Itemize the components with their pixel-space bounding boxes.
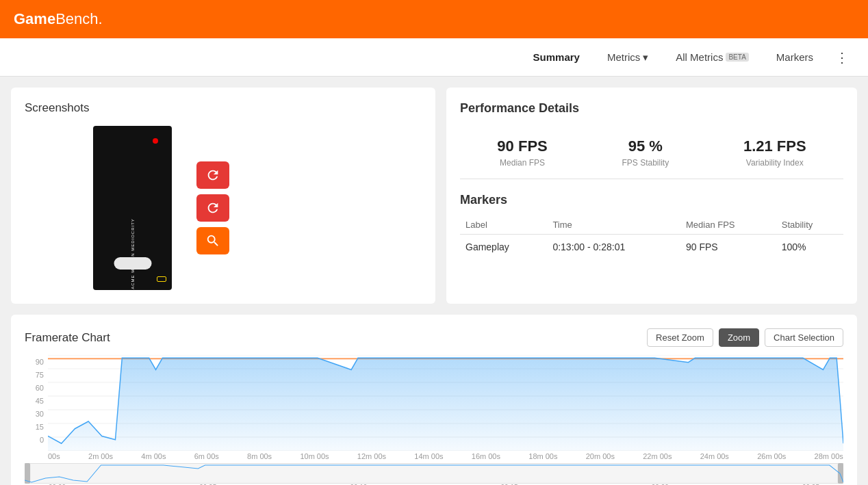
median-fps-metric: 90 FPS Median FPS <box>497 137 547 168</box>
screenshots-content: ACME MEDIAN MEDIOCRITY <box>25 126 422 290</box>
x-label-16m: 16m 00s <box>472 452 500 460</box>
phone-dot <box>153 138 158 144</box>
fps-stability-value: 95 % <box>622 137 669 155</box>
x-label-26m: 26m 00s <box>757 452 786 460</box>
main-content: Screenshots ACME MEDIAN MEDIOCRITY <box>0 77 868 485</box>
beta-badge: BETA <box>726 53 748 62</box>
framerate-chart-panel: Framerate Chart Reset Zoom Zoom Chart Se… <box>11 315 857 485</box>
performance-metrics: 90 FPS Median FPS 95 % FPS Stability 1.2… <box>460 127 843 179</box>
screenshots-title: Screenshots <box>25 101 422 115</box>
x-label-8m: 8m 00s <box>247 452 272 460</box>
marker-time-cell[interactable]: 0:13:00 - 0:28:01 <box>547 235 680 260</box>
search-icon <box>205 233 220 248</box>
variability-value: 1.21 FPS <box>743 137 806 155</box>
fps-stability-metric: 95 % FPS Stability <box>622 137 669 168</box>
y-label-75: 75 <box>25 371 44 379</box>
phone-label: ACME MEDIAN MEDIOCRITY <box>131 218 135 289</box>
x-label-24m: 24m 00s <box>700 452 729 460</box>
nav-summary[interactable]: Summary <box>522 46 591 68</box>
chart-container: 90 75 60 45 30 15 0 <box>25 355 843 485</box>
chart-controls: Reset Zoom Zoom Chart Selection <box>647 328 843 347</box>
logo-bold: Game <box>14 10 55 27</box>
x-label-6m: 6m 00s <box>194 452 219 460</box>
fps-stability-label: FPS Stability <box>622 158 669 168</box>
y-label-90: 90 <box>25 358 44 366</box>
x-label-0: 00s <box>48 452 60 460</box>
y-label-30: 30 <box>25 410 44 418</box>
zoom-btn[interactable]: Zoom <box>719 328 759 347</box>
y-label-15: 15 <box>25 423 44 431</box>
screenshot-refresh-btn-2[interactable] <box>196 194 229 222</box>
screenshot-search-btn[interactable] <box>196 227 229 254</box>
marker-stability-cell: 100% <box>776 235 843 260</box>
col-stability: Stability <box>776 215 843 235</box>
screenshot-controls <box>196 161 229 254</box>
chart-selection-btn[interactable]: Chart Selection <box>765 328 843 347</box>
x-label-22m: 22m 00s <box>643 452 672 460</box>
median-fps-label: Median FPS <box>497 158 547 168</box>
y-label-0: 0 <box>25 436 44 444</box>
phone-home-button <box>114 257 151 270</box>
marker-fps-cell: 90 FPS <box>680 235 776 260</box>
top-nav: Summary Metrics ▾ All Metrics BETA Marke… <box>0 38 868 77</box>
x-label-18m: 18m 00s <box>528 452 557 460</box>
nav-metrics[interactable]: Metrics ▾ <box>596 46 659 69</box>
x-label-4m: 4m 00s <box>141 452 166 460</box>
top-row: Screenshots ACME MEDIAN MEDIOCRITY <box>11 88 857 304</box>
chart-area-fill <box>48 358 843 451</box>
svg-rect-9 <box>25 463 843 484</box>
x-axis-labels: 00s 2m 00s 4m 00s 6m 00s 8m 00s 10m 00s … <box>25 452 843 460</box>
y-label-60: 60 <box>25 384 44 392</box>
screenshots-panel: Screenshots ACME MEDIAN MEDIOCRITY <box>11 88 435 304</box>
nav-more-button[interactable]: ⋮ <box>830 44 854 71</box>
chart-title: Framerate Chart <box>25 331 110 345</box>
mini-chart-container: 00:00 00:05 00:10 00:15 00:20 00:25 <box>25 463 843 485</box>
refresh-icon-1 <box>205 168 220 183</box>
app-logo: GameBench. <box>14 10 103 28</box>
refresh-icon-2 <box>205 200 220 215</box>
mini-chart-svg <box>25 463 843 484</box>
main-chart-svg <box>48 355 843 451</box>
performance-title: Performance Details <box>460 101 843 116</box>
y-axis-labels: 90 75 60 45 30 15 0 <box>25 355 44 444</box>
chart-main-area: 90 75 60 45 30 15 0 <box>25 355 843 451</box>
table-row: Gameplay 0:13:00 - 0:28:01 90 FPS 100% <box>460 235 843 260</box>
marker-label-cell: Gameplay <box>460 235 547 260</box>
screenshot-refresh-btn-1[interactable] <box>196 161 229 189</box>
markers-title: Markers <box>460 193 843 207</box>
variability-metric: 1.21 FPS Variability Index <box>743 137 806 168</box>
nav-all-metrics[interactable]: All Metrics BETA <box>665 46 760 68</box>
markers-section: Markers Label Time Median FPS Stability <box>460 193 843 259</box>
phone-battery <box>157 276 166 282</box>
nav-markers[interactable]: Markers <box>765 46 824 68</box>
median-fps-value: 90 FPS <box>497 137 547 155</box>
x-label-12m: 12m 00s <box>357 452 386 460</box>
x-label-10m: 10m 00s <box>300 452 329 460</box>
reset-zoom-btn[interactable]: Reset Zoom <box>647 328 713 347</box>
y-label-45: 45 <box>25 397 44 405</box>
logo-light: Bench. <box>55 10 103 27</box>
variability-label: Variability Index <box>743 158 806 168</box>
col-label: Label <box>460 215 547 235</box>
performance-panel: Performance Details 90 FPS Median FPS 95… <box>446 88 857 304</box>
markers-table: Label Time Median FPS Stability Gameplay… <box>460 215 843 259</box>
metrics-dropdown-icon: ▾ <box>643 51 648 64</box>
col-median-fps: Median FPS <box>680 215 776 235</box>
x-label-2m: 2m 00s <box>88 452 113 460</box>
x-label-20m: 20m 00s <box>586 452 615 460</box>
right-panel: Performance Details 90 FPS Median FPS 95… <box>446 88 857 304</box>
x-label-28m: 28m 00s <box>815 452 843 460</box>
phone-screenshot: ACME MEDIAN MEDIOCRITY <box>93 126 172 290</box>
x-label-14m: 14m 00s <box>414 452 443 460</box>
app-header: GameBench. <box>0 0 868 38</box>
chart-header: Framerate Chart Reset Zoom Zoom Chart Se… <box>25 328 843 347</box>
col-time: Time <box>547 215 680 235</box>
